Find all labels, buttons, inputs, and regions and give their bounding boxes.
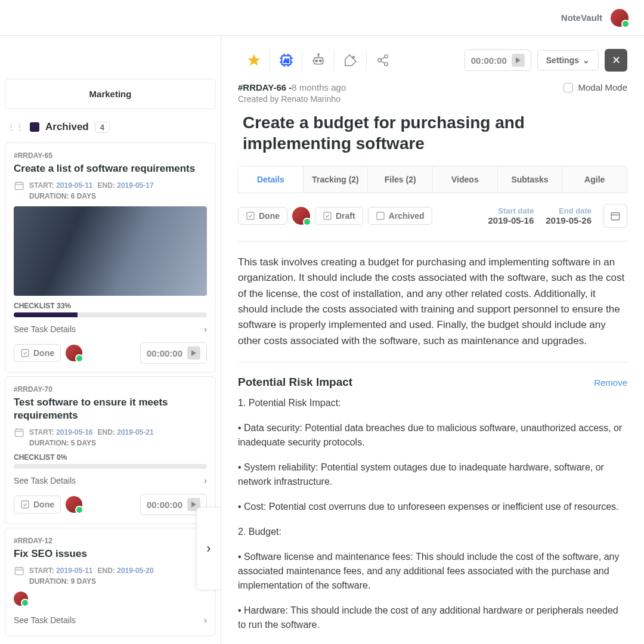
progress-bar (14, 464, 207, 469)
card-id: #RRDAY-12 (14, 537, 207, 545)
svg-rect-42 (324, 212, 331, 219)
chevron-right-icon: › (204, 476, 207, 485)
brand-name: NoteVault (561, 13, 602, 23)
tab-details[interactable]: Details (239, 166, 304, 193)
app-header: NoteVault (0, 0, 644, 36)
card-title: Create a list of software requirements (14, 162, 207, 175)
star-icon[interactable] (238, 49, 270, 71)
card-dates: START: 2019-05-16 END: 2019-05-21 (14, 427, 207, 438)
card-dates: START: 2019-05-11 END: 2019-05-17 (14, 180, 207, 191)
tab-videos[interactable]: Videos (433, 166, 498, 193)
svg-line-38 (381, 57, 385, 60)
svg-point-37 (385, 63, 388, 66)
user-avatar[interactable] (611, 9, 628, 27)
card-title: Test software to ensure it meets require… (14, 396, 207, 422)
svg-marker-16 (248, 54, 260, 66)
progress-bar (14, 312, 207, 317)
svg-rect-4 (21, 349, 29, 357)
assignee-avatar[interactable] (292, 207, 310, 225)
card-duration: DURATION: 9 DAYS (29, 577, 207, 586)
chevron-down-icon: ⌄ (583, 55, 590, 65)
task-card[interactable]: #RRDAY-12 Fix SEO issues START: 2019-05-… (5, 528, 216, 636)
play-icon[interactable] (512, 54, 525, 67)
remove-link[interactable]: Remove (594, 377, 627, 388)
tab-subtasks[interactable]: Subtasks (498, 166, 563, 193)
play-icon[interactable] (187, 346, 200, 360)
task-id: #RRDAY-66 -8 months ago (238, 82, 346, 92)
start-date: Start date 2019-05-16 (488, 206, 534, 225)
divider (238, 362, 627, 363)
archived-chip[interactable]: Archived (368, 207, 432, 225)
svg-point-31 (317, 54, 318, 55)
author-link[interactable]: Renato Marinho (281, 94, 340, 104)
card-title: Fix SEO issues (14, 547, 207, 561)
card-id: #RRDAY-65 (14, 151, 207, 160)
task-card[interactable]: #RRDAY-70 Test software to ensure it mee… (5, 376, 216, 524)
tab-tracking[interactable]: Tracking (2) (304, 166, 369, 193)
calendar-icon (14, 427, 24, 438)
svg-point-29 (319, 60, 321, 61)
svg-text:AI: AI (283, 58, 289, 64)
svg-rect-44 (611, 213, 620, 220)
card-id: #RRDAY-70 (14, 385, 207, 394)
card-duration: DURATION: 5 DAYS (29, 439, 207, 447)
assignee-avatar[interactable] (66, 345, 82, 361)
svg-marker-40 (516, 57, 521, 63)
calendar-icon (14, 180, 24, 191)
svg-point-35 (385, 55, 388, 58)
drag-icon[interactable]: ⋮⋮ (7, 122, 24, 132)
detail-timer[interactable]: 00:00:00 (465, 49, 531, 71)
column-header: ⋮⋮ Archived 4 (0, 115, 221, 139)
board-panel: Marketing ⋮⋮ Archived 4 #RRDAY-65 Create… (0, 36, 221, 644)
checklist-label: CHECKLIST 33% (14, 302, 207, 310)
card-duration: DURATION: 6 DAYS (29, 192, 207, 200)
share-icon[interactable] (367, 49, 399, 71)
task-card[interactable]: #RRDAY-65 Create a list of software requ… (5, 143, 216, 373)
modal-mode-toggle[interactable]: Modal Mode (564, 82, 627, 92)
board-title[interactable]: Marketing (5, 79, 216, 109)
settings-button[interactable]: Settings ⌄ (537, 50, 599, 70)
card-dates: START: 2019-05-11 END: 2019-05-20 (14, 565, 207, 576)
calendar-icon (14, 565, 24, 576)
card-image (14, 206, 207, 296)
done-chip[interactable]: Done (14, 344, 61, 362)
svg-rect-0 (15, 182, 23, 190)
close-button[interactable]: ✕ (605, 49, 627, 72)
robot-icon[interactable] (302, 49, 335, 71)
tag-icon[interactable] (335, 49, 367, 71)
svg-rect-41 (247, 212, 254, 219)
divider (238, 241, 627, 242)
see-task-details[interactable]: See Task Details › (14, 608, 207, 627)
tab-agile[interactable]: Agile (562, 166, 627, 193)
assignee-avatar[interactable] (14, 592, 28, 606)
tab-files[interactable]: Files (2) (368, 166, 433, 193)
checkbox-icon (564, 83, 573, 92)
svg-point-36 (378, 58, 382, 62)
expand-panel-handle[interactable]: › (196, 507, 221, 590)
column-color-swatch (30, 122, 39, 132)
svg-marker-11 (191, 501, 196, 507)
task-description: This task involves creating a budget for… (238, 255, 627, 349)
svg-rect-12 (15, 568, 23, 575)
svg-point-28 (315, 60, 317, 61)
see-task-details[interactable]: See Task Details › (14, 469, 207, 488)
see-task-details[interactable]: See Task Details › (14, 317, 207, 336)
end-date: End date 2019-05-26 (546, 206, 592, 225)
svg-point-34 (352, 57, 354, 58)
timer[interactable]: 00:00:00 (140, 342, 207, 364)
svg-rect-43 (377, 212, 384, 219)
svg-marker-5 (191, 350, 196, 356)
calendar-button[interactable] (603, 204, 627, 228)
ai-icon[interactable]: AI (270, 49, 302, 71)
assignee-avatar[interactable] (66, 496, 82, 513)
draft-chip[interactable]: Draft (315, 207, 363, 225)
svg-rect-6 (15, 429, 23, 436)
task-title: Create a budget for purchasing and imple… (243, 112, 627, 154)
svg-rect-10 (21, 501, 29, 508)
done-chip[interactable]: Done (14, 496, 61, 513)
svg-line-39 (381, 61, 385, 63)
done-chip[interactable]: Done (238, 207, 287, 225)
created-by: Created by Renato Marinho (238, 94, 346, 104)
chevron-right-icon: › (204, 615, 207, 625)
chevron-right-icon: › (204, 324, 207, 334)
